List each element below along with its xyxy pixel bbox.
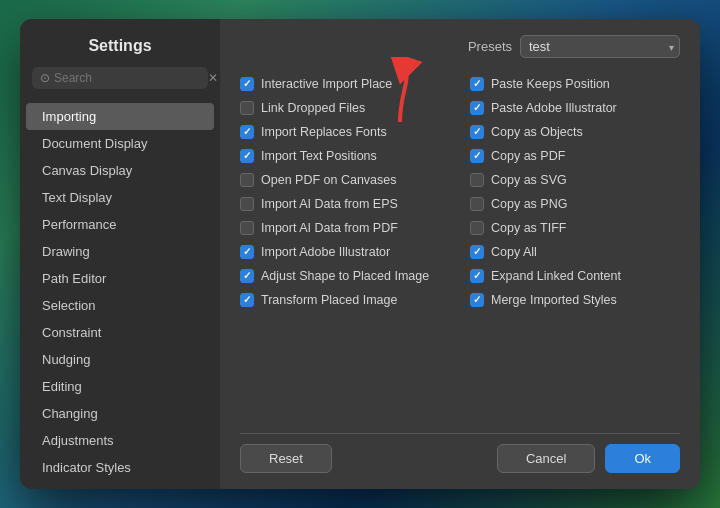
checkboxes-right-col: Paste Keeps PositionPaste Adobe Illustra… (470, 72, 680, 312)
checkbox-expand-linked-content[interactable] (470, 269, 484, 283)
checkbox-row-expand-linked-content: Expand Linked Content (470, 264, 680, 288)
presets-select[interactable]: test (520, 35, 680, 58)
bottom-buttons: Reset Cancel Ok (240, 433, 680, 473)
sidebar-item-drawing[interactable]: Drawing (26, 238, 214, 265)
main-content: Presets test ▾ Interactive Import PlaceL… (220, 19, 700, 489)
checkbox-label-merge-imported-styles: Merge Imported Styles (491, 293, 617, 307)
checkbox-row-paste-keeps-position: Paste Keeps Position (470, 72, 680, 96)
search-icon: ⊙ (40, 71, 50, 85)
sidebar-item-document-display[interactable]: Document Display (26, 130, 214, 157)
search-input[interactable] (54, 71, 204, 85)
checkbox-label-adjust-shape-to-placed-image: Adjust Shape to Placed Image (261, 269, 429, 283)
checkbox-copy-as-png[interactable] (470, 197, 484, 211)
checkbox-import-adobe-illustrator[interactable] (240, 245, 254, 259)
checkbox-row-copy-as-pdf: Copy as PDF (470, 144, 680, 168)
checkbox-copy-as-pdf[interactable] (470, 149, 484, 163)
checkbox-copy-as-svg[interactable] (470, 173, 484, 187)
sidebar-title: Settings (20, 19, 220, 67)
checkbox-row-copy-as-objects: Copy as Objects (470, 120, 680, 144)
checkbox-open-pdf-on-canvases[interactable] (240, 173, 254, 187)
checkbox-label-expand-linked-content: Expand Linked Content (491, 269, 621, 283)
checkbox-row-import-replaces-fonts: Import Replaces Fonts (240, 120, 450, 144)
checkbox-label-import-replaces-fonts: Import Replaces Fonts (261, 125, 387, 139)
checkbox-label-import-text-positions: Import Text Positions (261, 149, 377, 163)
checkbox-label-transform-placed-image: Transform Placed Image (261, 293, 397, 307)
checkbox-label-copy-as-svg: Copy as SVG (491, 173, 567, 187)
checkbox-label-import-adobe-illustrator: Import Adobe Illustrator (261, 245, 390, 259)
checkbox-row-interactive-import-place: Interactive Import Place (240, 72, 450, 96)
checkbox-row-import-text-positions: Import Text Positions (240, 144, 450, 168)
settings-dialog: Settings ⊙ ✕ ImportingDocument DisplayCa… (20, 19, 700, 489)
sidebar-item-adjustments[interactable]: Adjustments (26, 427, 214, 454)
checkbox-label-copy-as-objects: Copy as Objects (491, 125, 583, 139)
ok-button[interactable]: Ok (605, 444, 680, 473)
checkboxes-left-col: Interactive Import PlaceLink Dropped Fil… (240, 72, 450, 312)
sidebar-list: ImportingDocument DisplayCanvas DisplayT… (20, 99, 220, 489)
checkbox-row-link-dropped-files: Link Dropped Files (240, 96, 450, 120)
checkbox-import-ai-data-from-pdf[interactable] (240, 221, 254, 235)
checkbox-copy-as-tiff[interactable] (470, 221, 484, 235)
checkbox-label-copy-as-png: Copy as PNG (491, 197, 567, 211)
checkbox-label-open-pdf-on-canvases: Open PDF on Canvases (261, 173, 397, 187)
sidebar-item-text-display[interactable]: Text Display (26, 184, 214, 211)
checkbox-import-ai-data-from-eps[interactable] (240, 197, 254, 211)
checkbox-import-text-positions[interactable] (240, 149, 254, 163)
checkbox-label-import-ai-data-from-pdf: Import AI Data from PDF (261, 221, 398, 235)
reset-button[interactable]: Reset (240, 444, 332, 473)
checkbox-copy-all[interactable] (470, 245, 484, 259)
sidebar: Settings ⊙ ✕ ImportingDocument DisplayCa… (20, 19, 220, 489)
sidebar-item-changing[interactable]: Changing (26, 400, 214, 427)
checkbox-adjust-shape-to-placed-image[interactable] (240, 269, 254, 283)
checkbox-link-dropped-files[interactable] (240, 101, 254, 115)
checkbox-row-open-pdf-on-canvases: Open PDF on Canvases (240, 168, 450, 192)
cancel-button[interactable]: Cancel (497, 444, 595, 473)
clear-search-icon[interactable]: ✕ (208, 71, 218, 85)
checkbox-row-adjust-shape-to-placed-image: Adjust Shape to Placed Image (240, 264, 450, 288)
sidebar-item-canvas-display[interactable]: Canvas Display (26, 157, 214, 184)
checkbox-row-import-adobe-illustrator: Import Adobe Illustrator (240, 240, 450, 264)
sidebar-item-selection[interactable]: Selection (26, 292, 214, 319)
checkbox-row-merge-imported-styles: Merge Imported Styles (470, 288, 680, 312)
checkbox-row-copy-as-svg: Copy as SVG (470, 168, 680, 192)
checkbox-label-interactive-import-place: Interactive Import Place (261, 77, 392, 91)
checkbox-transform-placed-image[interactable] (240, 293, 254, 307)
presets-label: Presets (468, 39, 512, 54)
sidebar-item-constraint[interactable]: Constraint (26, 319, 214, 346)
checkbox-row-paste-adobe-illustrator: Paste Adobe Illustrator (470, 96, 680, 120)
checkbox-label-copy-as-tiff: Copy as TIFF (491, 221, 566, 235)
sidebar-item-path-editor[interactable]: Path Editor (26, 265, 214, 292)
checkbox-import-replaces-fonts[interactable] (240, 125, 254, 139)
sidebar-item-editing[interactable]: Editing (26, 373, 214, 400)
checkbox-row-copy-all: Copy All (470, 240, 680, 264)
checkbox-label-paste-keeps-position: Paste Keeps Position (491, 77, 610, 91)
presets-select-wrap: test ▾ (520, 35, 680, 58)
search-bar[interactable]: ⊙ ✕ (32, 67, 208, 89)
sidebar-item-performance[interactable]: Performance (26, 211, 214, 238)
presets-row: Presets test ▾ (240, 35, 680, 58)
checkbox-merge-imported-styles[interactable] (470, 293, 484, 307)
checkbox-row-import-ai-data-from-pdf: Import AI Data from PDF (240, 216, 450, 240)
checkbox-label-copy-all: Copy All (491, 245, 537, 259)
checkbox-label-import-ai-data-from-eps: Import AI Data from EPS (261, 197, 398, 211)
checkbox-label-paste-adobe-illustrator: Paste Adobe Illustrator (491, 101, 617, 115)
checkbox-label-copy-as-pdf: Copy as PDF (491, 149, 565, 163)
checkboxes-area: Interactive Import PlaceLink Dropped Fil… (240, 72, 680, 425)
checkbox-paste-keeps-position[interactable] (470, 77, 484, 91)
checkbox-interactive-import-place[interactable] (240, 77, 254, 91)
checkbox-row-copy-as-tiff: Copy as TIFF (470, 216, 680, 240)
checkbox-label-link-dropped-files: Link Dropped Files (261, 101, 365, 115)
checkbox-row-import-ai-data-from-eps: Import AI Data from EPS (240, 192, 450, 216)
checkbox-paste-adobe-illustrator[interactable] (470, 101, 484, 115)
sidebar-item-importing[interactable]: Importing (26, 103, 214, 130)
sidebar-item-indicator-styles[interactable]: Indicator Styles (26, 454, 214, 481)
btn-group-right: Cancel Ok (497, 444, 680, 473)
checkbox-row-copy-as-png: Copy as PNG (470, 192, 680, 216)
sidebar-item-nudging[interactable]: Nudging (26, 346, 214, 373)
checkbox-copy-as-objects[interactable] (470, 125, 484, 139)
checkbox-row-transform-placed-image: Transform Placed Image (240, 288, 450, 312)
